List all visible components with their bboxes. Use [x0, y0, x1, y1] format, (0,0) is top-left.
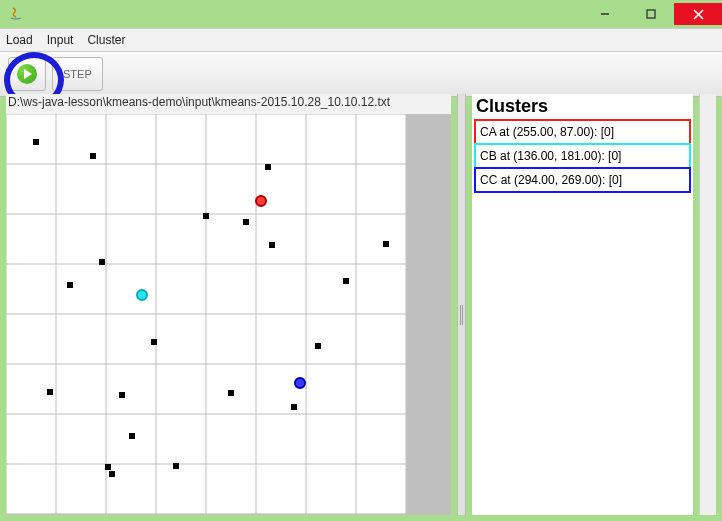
data-point [243, 219, 249, 225]
scatter-canvas [6, 114, 406, 514]
content-area: D:\ws-java-lesson\kmeans-demo\input\kmea… [6, 94, 716, 515]
play-icon [17, 64, 37, 84]
data-point [315, 343, 321, 349]
svg-rect-1 [647, 10, 655, 18]
menubar: Load Input Cluster [0, 28, 722, 52]
centroid-ca [256, 196, 266, 206]
data-point [203, 213, 209, 219]
left-pane: D:\ws-java-lesson\kmeans-demo\input\kmea… [6, 94, 451, 515]
menu-load[interactable]: Load [6, 33, 33, 47]
cluster-row[interactable]: CA at (255.00, 87.00): [0] [474, 119, 691, 145]
data-point [47, 389, 53, 395]
split-handle[interactable] [457, 94, 466, 515]
java-icon [8, 6, 24, 22]
data-point [105, 464, 111, 470]
centroid-cc [295, 378, 305, 388]
data-point [151, 339, 157, 345]
window-controls [582, 3, 722, 25]
data-point [291, 404, 297, 410]
data-point [383, 241, 389, 247]
centroid-cb [137, 290, 147, 300]
data-point [343, 278, 349, 284]
step-button[interactable]: STEP [52, 57, 103, 91]
plot-viewport [6, 114, 451, 515]
step-button-label: STEP [63, 68, 92, 80]
titlebar [0, 0, 722, 28]
play-button[interactable] [8, 57, 46, 91]
data-point [99, 259, 105, 265]
minimize-button[interactable] [582, 3, 628, 25]
data-point [228, 390, 234, 396]
titlebar-left [8, 6, 30, 22]
data-point [67, 282, 73, 288]
data-point [109, 471, 115, 477]
menu-input[interactable]: Input [47, 33, 74, 47]
toolbar: STEP [0, 52, 722, 97]
cluster-list: CA at (255.00, 87.00): [0]CB at (136.00,… [472, 119, 693, 515]
data-point [173, 463, 179, 469]
right-pane: Clusters CA at (255.00, 87.00): [0]CB at… [472, 94, 693, 515]
file-path-label: D:\ws-java-lesson\kmeans-demo\input\kmea… [6, 94, 451, 114]
app-window: Load Input Cluster STEP D:\ws-java-lesso… [0, 0, 722, 521]
maximize-button[interactable] [628, 3, 674, 25]
scatter-plot [6, 114, 406, 514]
data-point [269, 242, 275, 248]
close-button[interactable] [674, 3, 722, 25]
data-point [33, 139, 39, 145]
vertical-scrollbar[interactable] [699, 94, 716, 515]
data-point [265, 164, 271, 170]
clusters-heading: Clusters [472, 94, 693, 119]
menu-cluster[interactable]: Cluster [87, 33, 125, 47]
cluster-row[interactable]: CB at (136.00, 181.00): [0] [474, 143, 691, 169]
data-point [119, 392, 125, 398]
cluster-row[interactable]: CC at (294.00, 269.00): [0] [474, 167, 691, 193]
data-point [90, 153, 96, 159]
data-point [129, 433, 135, 439]
